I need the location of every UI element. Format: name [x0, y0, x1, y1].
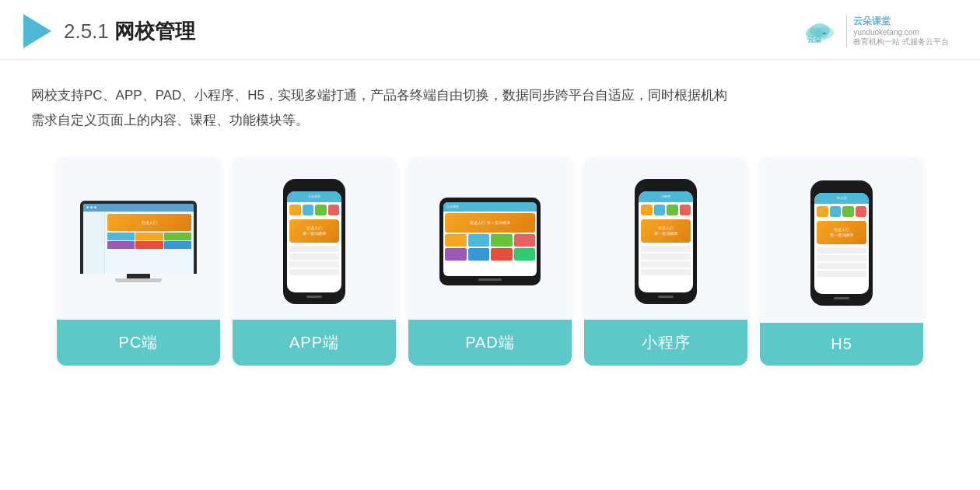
pad-banner: 轻进人们 第一堂冯楼课 [445, 213, 535, 233]
pad-mockup: 云朵课堂 轻进人们 第一堂冯楼课 [439, 198, 541, 285]
h5-card-label: H5 [760, 323, 923, 366]
h5-phone-notch [832, 187, 851, 191]
pad-screen-top-text: 云朵课堂 [446, 205, 459, 208]
miniprogram-phone-outer: 小程序 轻进人们第一堂冯楼课 [635, 179, 697, 304]
mp-phone-list-item-4 [641, 269, 691, 275]
miniprogram-phone-screen-top: 小程序 [639, 191, 693, 202]
pc-grid-item-3 [164, 233, 191, 240]
miniprogram-phone-banner-text: 轻进人们第一堂冯楼课 [654, 226, 677, 236]
brand-slogan: 教育机构一站 式服务云平台 [853, 37, 949, 47]
pad-grid-item-6 [468, 248, 490, 261]
app-phone-screen-top-text: 云朵课堂 [308, 194, 320, 198]
h5-phone-mockup: H5页面 轻进人们第一堂冯楼课 [810, 180, 873, 306]
app-phone-notch [305, 185, 324, 189]
pc-banner-text: 轻进人们 [142, 220, 157, 225]
miniprogram-phone-mockup: 小程序 轻进人们第一堂冯楼课 [635, 179, 697, 304]
pad-screen: 云朵课堂 轻进人们 第一堂冯楼课 [443, 202, 537, 276]
cards-row: 轻进人们 [31, 157, 949, 366]
h5-phone-screen-top-text: H5页面 [836, 196, 846, 200]
pc-screen-content: 轻进人们 [83, 204, 194, 274]
h5-phone-icon-3 [842, 206, 854, 217]
description-line2: 需求自定义页面上的内容、课程、功能模块等。 [31, 108, 949, 133]
app-card-label: APP端 [233, 320, 396, 366]
app-phone-list [287, 244, 341, 278]
pad-grid-item-4 [514, 234, 536, 247]
pc-card: 轻进人们 [57, 157, 220, 366]
h5-phone-banner: 轻进人们第一堂冯楼课 [817, 221, 866, 244]
pc-grid-item-5 [135, 241, 163, 249]
cloud-icon: 云朵 ☁ [800, 17, 840, 45]
pad-grid-item-2 [468, 234, 490, 247]
app-phone-icons [287, 202, 341, 218]
pad-grid-item-8 [514, 248, 536, 261]
brand-name: 云朵课堂 [853, 15, 949, 28]
mp-phone-icon-2 [654, 205, 666, 215]
pad-grid-item-5 [445, 248, 467, 261]
pc-body: 轻进人们 [83, 212, 194, 274]
app-phone-banner-text: 轻进人们第一堂冯楼课 [303, 226, 326, 236]
h5-phone-list [814, 246, 869, 280]
h5-phone-icon-1 [817, 206, 828, 217]
miniprogram-phone-icons [639, 202, 693, 218]
pc-grid [107, 233, 191, 249]
pad-banner-text: 轻进人们 第一堂冯楼课 [470, 220, 509, 225]
svg-text:☁: ☁ [821, 30, 827, 35]
h5-phone-icons [814, 204, 869, 219]
pc-grid-item-2 [135, 233, 163, 240]
miniprogram-phone-notch [656, 185, 675, 189]
pad-grid [445, 234, 535, 261]
pc-grid-item-6 [164, 241, 191, 249]
app-card: 云朵课堂 轻进人们第一堂冯楼课 [233, 157, 396, 366]
pc-dot-3 [94, 206, 96, 208]
description: 网校支持PC、APP、PAD、小程序、H5，实现多端打通，产品各终端自由切换，数… [31, 83, 949, 134]
h5-phone-screen: H5页面 轻进人们第一堂冯楼课 [814, 193, 869, 294]
miniprogram-phone-screen-top-text: 小程序 [661, 194, 670, 198]
h5-phone-icon-4 [856, 206, 867, 217]
h5-phone-banner-text: 轻进人们第一堂冯楼课 [830, 227, 853, 238]
h5-card-image: H5页面 轻进人们第一堂冯楼课 [760, 157, 923, 323]
miniprogram-card-image: 小程序 轻进人们第一堂冯楼课 [584, 157, 747, 320]
app-phone-list-item-2 [289, 254, 339, 260]
pc-base [115, 278, 162, 282]
pad-card: 云朵课堂 轻进人们 第一堂冯楼课 [408, 157, 572, 366]
mp-phone-icon-4 [680, 205, 691, 215]
app-phone-banner: 轻进人们第一堂冯楼课 [289, 219, 339, 243]
mp-phone-list-item-3 [641, 261, 691, 268]
h5-phone-list-item-3 [817, 263, 866, 269]
h5-card: H5页面 轻进人们第一堂冯楼课 [760, 157, 923, 366]
miniprogram-phone-home [658, 296, 674, 298]
pad-grid-item-7 [491, 248, 513, 261]
app-phone-screen: 云朵课堂 轻进人们第一堂冯楼课 [287, 191, 341, 292]
pc-top-bar [83, 204, 194, 212]
h5-phone-icon-2 [830, 206, 842, 217]
app-phone-icon-3 [315, 205, 327, 215]
app-phone-icon-2 [303, 205, 314, 215]
app-phone-icon-4 [328, 205, 340, 215]
pc-grid-item-1 [107, 233, 135, 240]
app-phone-home [306, 296, 322, 298]
pc-main-area: 轻进人们 [105, 212, 194, 274]
app-phone-list-item-3 [289, 261, 339, 268]
mp-phone-icon-1 [641, 205, 653, 215]
pad-body: 轻进人们 第一堂冯楼课 [443, 212, 537, 262]
pc-sidebar [83, 212, 105, 274]
app-phone-outer: 云朵课堂 轻进人们第一堂冯楼课 [283, 179, 345, 304]
pad-card-label: PAD端 [408, 320, 572, 366]
h5-phone-screen-top: H5页面 [814, 193, 869, 204]
logo-triangle-icon [23, 14, 51, 48]
app-phone-screen-top: 云朵课堂 [287, 191, 341, 202]
h5-phone-home [834, 297, 849, 299]
app-card-image: 云朵课堂 轻进人们第一堂冯楼课 [233, 157, 396, 320]
page-title-number: 2.5.1 [64, 19, 109, 43]
app-phone-icon-1 [289, 205, 301, 215]
mp-phone-icon-3 [667, 205, 678, 215]
miniprogram-phone-screen: 小程序 轻进人们第一堂冯楼课 [639, 191, 693, 292]
miniprogram-card: 小程序 轻进人们第一堂冯楼课 [584, 157, 747, 366]
pc-stand [127, 274, 150, 278]
pc-grid-item-4 [107, 241, 135, 249]
h5-phone-list-item-1 [817, 247, 866, 254]
h5-phone-list-item-2 [817, 255, 866, 261]
pad-grid-item-3 [491, 234, 513, 247]
pc-dot-1 [86, 206, 89, 208]
miniprogram-card-label: 小程序 [584, 320, 747, 366]
